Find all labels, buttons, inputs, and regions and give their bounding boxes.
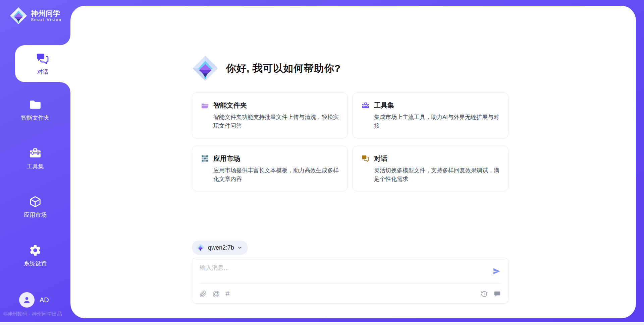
card-desc: 灵活切换多模型文件，支持多样回复效果调试，满足个性化需求 bbox=[374, 166, 500, 184]
gem-diamond-logo-icon bbox=[9, 7, 28, 25]
sidebar-item-label: 工具集 bbox=[27, 162, 44, 170]
main-panel: 你好, 我可以如何帮助你? 智能文件夹 智能文件夹功能支持批量文件上传与清洗，轻… bbox=[70, 6, 636, 318]
gem-diamond-logo-icon bbox=[192, 55, 219, 82]
brand-name: 神州问学 bbox=[31, 9, 62, 17]
sidebar-item-smart-folder[interactable]: 智能文件夹 bbox=[0, 94, 70, 125]
sidebar-item-label: 智能文件夹 bbox=[21, 114, 50, 122]
sidebar: 神州问学 Smart Vision 对话 智能文件夹 工具集 bbox=[0, 0, 70, 325]
card-desc: 智能文件夹功能支持批量文件上传与清洗，轻松实现文件问答 bbox=[213, 113, 339, 131]
card-desc: 集成市场上主流工具，助力AI与外界无缝扩展与对接 bbox=[374, 113, 500, 131]
card-toolset[interactable]: 工具集 集成市场上主流工具，助力AI与外界无缝扩展与对接 bbox=[353, 92, 508, 138]
sidebar-item-settings[interactable]: 系统设置 bbox=[0, 240, 70, 271]
sidebar-item-chat[interactable]: 对话 bbox=[15, 45, 70, 82]
greeting-headline: 你好, 我可以如何帮助你? bbox=[226, 62, 341, 75]
user-account[interactable]: AD bbox=[19, 292, 49, 308]
sidebar-item-app-market[interactable]: 应用市场 bbox=[0, 192, 70, 222]
model-selector[interactable]: qwen2:7b bbox=[192, 241, 248, 255]
horizontal-scrollbar[interactable] bbox=[0, 322, 644, 325]
sidebar-item-label: 系统设置 bbox=[24, 260, 47, 267]
send-plane-icon[interactable] bbox=[492, 267, 501, 275]
model-name: qwen2:7b bbox=[208, 244, 234, 251]
avatar bbox=[19, 292, 35, 308]
brand-subtitle: Smart Vision bbox=[31, 17, 62, 22]
card-title: 应用市场 bbox=[213, 154, 240, 163]
card-chat[interactable]: 对话 灵活切换多模型文件，支持多样回复效果调试，满足个性化需求 bbox=[353, 146, 508, 192]
folder-icon bbox=[201, 102, 209, 110]
chat-bubble-icon[interactable] bbox=[494, 290, 501, 298]
greeting-block: 你好, 我可以如何帮助你? bbox=[192, 55, 341, 82]
copyright-text: ©神州数码 · 神州问学出品 bbox=[3, 311, 62, 317]
card-app-market[interactable]: 应用市场 应用市场提供丰富长文本模板，助力高效生成多样化文章内容 bbox=[192, 146, 348, 192]
composer-divider bbox=[200, 283, 501, 284]
history-clock-icon[interactable] bbox=[481, 290, 488, 298]
sidebar-item-toolset[interactable]: 工具集 bbox=[0, 143, 70, 174]
gem-diamond-logo-icon bbox=[196, 243, 205, 252]
at-sign-icon[interactable]: @ bbox=[212, 290, 220, 298]
message-composer: @ # bbox=[192, 258, 508, 304]
chevron-down-icon bbox=[237, 245, 243, 250]
sidebar-item-label: 对话 bbox=[37, 68, 49, 76]
user-icon bbox=[22, 296, 31, 304]
card-title: 工具集 bbox=[374, 101, 394, 110]
gear-icon bbox=[29, 244, 42, 257]
chat-bubble-icon bbox=[362, 154, 370, 162]
card-title: 对话 bbox=[374, 154, 387, 163]
chat-bubbles-icon bbox=[36, 52, 50, 65]
grid-icon bbox=[201, 154, 209, 162]
card-title: 智能文件夹 bbox=[213, 101, 247, 110]
user-name: AD bbox=[40, 296, 49, 304]
toolbox-icon bbox=[362, 102, 370, 110]
cube-icon bbox=[29, 195, 42, 208]
hash-icon[interactable]: # bbox=[225, 290, 229, 298]
brand-logo: 神州问学 Smart Vision bbox=[9, 7, 62, 25]
feature-cards: 智能文件夹 智能文件夹功能支持批量文件上传与清洗，轻松实现文件问答 工具集 集成… bbox=[192, 92, 508, 191]
toolbox-icon bbox=[29, 147, 42, 159]
card-smart-folder[interactable]: 智能文件夹 智能文件夹功能支持批量文件上传与清洗，轻松实现文件问答 bbox=[192, 92, 348, 138]
paperclip-icon[interactable] bbox=[200, 290, 207, 298]
card-desc: 应用市场提供丰富长文本模板，助力高效生成多样化文章内容 bbox=[213, 166, 339, 184]
sidebar-item-label: 应用市场 bbox=[24, 211, 47, 219]
composer-toolbar: @ # bbox=[200, 287, 501, 300]
content-column: 你好, 我可以如何帮助你? 智能文件夹 智能文件夹功能支持批量文件上传与清洗，轻… bbox=[192, 6, 508, 318]
folder-icon bbox=[29, 98, 42, 111]
message-input[interactable] bbox=[200, 264, 488, 281]
